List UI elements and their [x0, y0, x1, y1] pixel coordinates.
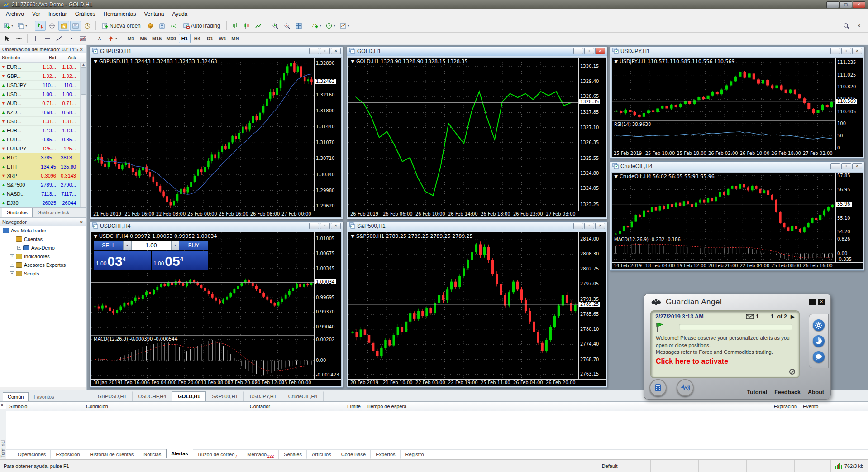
chart-window-titlebar-usdchf[interactable]: USDCHF,H4─▫✕	[90, 222, 343, 231]
time-axis[interactable]: 26 Feb 201926 Feb 06:0026 Feb 10:0026 Fe…	[348, 211, 606, 217]
timeframe-m5[interactable]: M5	[138, 34, 149, 43]
minimize-button[interactable]: ─	[826, 1, 839, 8]
metatrader-market-button[interactable]	[145, 21, 156, 31]
profiles-button[interactable]: ▾	[16, 21, 29, 31]
chart-close-button[interactable]: ✕	[595, 223, 605, 229]
menu-herramientas[interactable]: Herramientas	[99, 10, 140, 19]
indicators-button[interactable]: ▾	[310, 21, 323, 31]
zoom-out-button[interactable]	[281, 21, 292, 31]
market-row-dj30[interactable]: ▲DJ302602526044	[0, 198, 86, 207]
guardian-link-feedback[interactable]: Feedback	[774, 389, 801, 395]
market-watch-tab-gráfico[interactable]: Gráfico de tick	[33, 208, 74, 217]
time-axis[interactable]: 30 Jan 20191 Feb 16:006 Feb 04:008 Feb 2…	[91, 379, 341, 386]
guardian-link-tutorial[interactable]: Tutorial	[747, 389, 767, 395]
market-row-eur[interactable]: ▲EUR...1.13...1.13...	[0, 126, 86, 135]
guardian-alert-field[interactable]	[679, 324, 792, 330]
chart-area-sp500[interactable]: 2814.002808.302802.752797.052791.352785.…	[348, 232, 606, 386]
terminal-column-6[interactable]: Evento	[800, 402, 868, 411]
market-row-gbp[interactable]: ▼GBP...1.32...1.32...	[0, 72, 86, 81]
trendline-tool[interactable]	[54, 34, 65, 43]
terminal-column-2[interactable]: Contador	[224, 402, 273, 411]
metaeditor-button[interactable]	[157, 21, 167, 31]
chart-close-button[interactable]: ✕	[595, 48, 605, 54]
navigator-item-indicadores[interactable]: +Indicadores	[0, 252, 86, 260]
navigator-item-ava-metatrader[interactable]: Ava MetaTrader	[0, 226, 86, 235]
market-row-eur[interactable]: ▼EUR...1.13...1.13...	[0, 63, 86, 72]
chart-restore-button[interactable]: ▫	[584, 48, 594, 54]
chart-area-gbpusd[interactable]: 1.328901.321601.318001.314401.310701.307…	[91, 57, 342, 218]
market-row-sp500[interactable]: ▲S&P5002789...2790...	[0, 180, 86, 189]
line-chart-style-button[interactable]	[253, 21, 264, 31]
terminal-tab-exposici-n[interactable]: Exposición	[51, 450, 85, 459]
chart-tab-goldh1[interactable]: GOLD,H1	[172, 391, 206, 401]
column-ask[interactable]: Ask	[58, 53, 78, 62]
chart-restore-button[interactable]: ▫	[841, 48, 851, 54]
next-page-icon[interactable]: ▶	[791, 313, 795, 320]
search-button[interactable]	[841, 21, 852, 31]
terminal-tab-art-culos[interactable]: Artículos	[307, 450, 336, 459]
market-row-eurjpy[interactable]: ▼EURJPY125....125...	[0, 144, 86, 153]
chart-restore-button[interactable]: ▫	[841, 163, 851, 169]
sell-button[interactable]: SELL	[94, 241, 123, 250]
menu-archivo[interactable]: Archivo	[2, 10, 28, 19]
terminal-tab-code-base[interactable]: Code Base	[336, 450, 371, 459]
terminal-toggle[interactable]	[70, 21, 81, 31]
chart-close-button[interactable]: ✕	[852, 163, 862, 169]
chart-window-titlebar-usdjpy[interactable]: USDJPY,H1─▫✕	[610, 47, 864, 56]
chart-tab-usdchfh4[interactable]: USDCHF,H4	[133, 391, 172, 401]
templates-button[interactable]: ▾	[338, 21, 351, 31]
terminal-column-5[interactable]: Expiración	[750, 402, 800, 411]
price-axis[interactable]: 1330.151329.401328.651327.851327.101326.…	[578, 58, 606, 211]
chart-minimize-button[interactable]: ─	[573, 223, 583, 229]
terminal-tab-buz-n-de-correo[interactable]: Buzón de correo7	[193, 450, 243, 460]
chart-restore-button[interactable]: ▫	[320, 48, 330, 54]
chart-minimize-button[interactable]: ─	[830, 48, 840, 54]
market-row-nzd[interactable]: ▲NZD...0.68...0.68...	[0, 108, 86, 117]
chart-close-button[interactable]: ✕	[331, 223, 341, 229]
buy-price-button[interactable]: 1.00054	[152, 251, 208, 270]
chart-minimize-button[interactable]: ─	[830, 163, 840, 169]
expand-icon[interactable]: +	[10, 263, 14, 267]
chart-close-button[interactable]: ✕	[852, 48, 862, 54]
chart-minimize-button[interactable]: ─	[309, 223, 319, 229]
terminal-tab-noticias[interactable]: Noticias	[138, 450, 166, 459]
navigator-toggle[interactable]	[58, 21, 69, 31]
market-row-aud[interactable]: ▼AUD...0.71...0.71...	[0, 99, 86, 108]
vertical-line-tool[interactable]	[30, 34, 41, 43]
chart-tab-sp500h1[interactable]: S&P500,H1	[206, 391, 243, 401]
terminal-tab-mercado[interactable]: Mercado122	[242, 450, 279, 460]
terminal-tab-se-ales[interactable]: Señales	[279, 450, 307, 459]
market-row-usd[interactable]: ▼USD...1.31...1.31...	[0, 117, 86, 126]
menu-ver[interactable]: Ver	[28, 10, 44, 19]
timeframe-m1[interactable]: M1	[125, 34, 137, 43]
time-axis[interactable]: 25 Feb 201925 Feb 10:0025 Feb 18:0026 Fe…	[612, 150, 863, 157]
terminal-tab-expertos[interactable]: Expertos	[371, 450, 400, 459]
cursor-tool-button[interactable]	[2, 34, 13, 43]
column-simbolo[interactable]: Símbolo	[0, 53, 38, 62]
chart-window-titlebar-gbpusd[interactable]: GBPUSD,H1─▫✕	[90, 47, 343, 56]
navigator-item-ava-demo[interactable]: +Ava-Demo	[0, 243, 86, 252]
chart-minimize-button[interactable]: ─	[309, 48, 319, 54]
timeframe-h4[interactable]: H4	[191, 34, 203, 43]
toolbar-overflow-button[interactable]: ×	[854, 21, 864, 31]
settings-button[interactable]	[813, 319, 825, 331]
fibonacci-tool[interactable]	[77, 34, 88, 43]
chart-window-titlebar-gold[interactable]: GOLD,H1─▫✕	[347, 47, 607, 56]
tile-windows-button[interactable]	[293, 21, 304, 31]
candlestick-style-button[interactable]	[241, 21, 252, 31]
market-row-usdjpy[interactable]: ▲USDJPY110....110...	[0, 81, 86, 90]
volume-down-button[interactable]: ▾	[123, 241, 131, 250]
timeframe-h1[interactable]: H1	[179, 34, 191, 43]
mute-icon[interactable]	[789, 369, 795, 375]
calculator-button[interactable]	[649, 379, 667, 396]
price-axis[interactable]: 2814.002808.302802.752797.052791.352785.…	[578, 232, 606, 379]
market-watch-toggle[interactable]	[35, 21, 46, 31]
timeframe-w1[interactable]: W1	[217, 34, 229, 43]
time-axis[interactable]: 14 Feb 201918 Feb 04:0019 Feb 12:0020 Fe…	[612, 262, 863, 269]
market-row-eur[interactable]: ▲EUR...0.85...0.85...	[0, 135, 86, 144]
timeframe-mn[interactable]: MN	[229, 34, 241, 43]
expand-icon[interactable]: +	[17, 246, 21, 250]
market-row-btc[interactable]: ▲BTC...3785...3813...	[0, 153, 86, 162]
navigator-item-scripts[interactable]: +Scripts	[0, 269, 86, 278]
timeframe-m30[interactable]: M30	[164, 34, 177, 43]
